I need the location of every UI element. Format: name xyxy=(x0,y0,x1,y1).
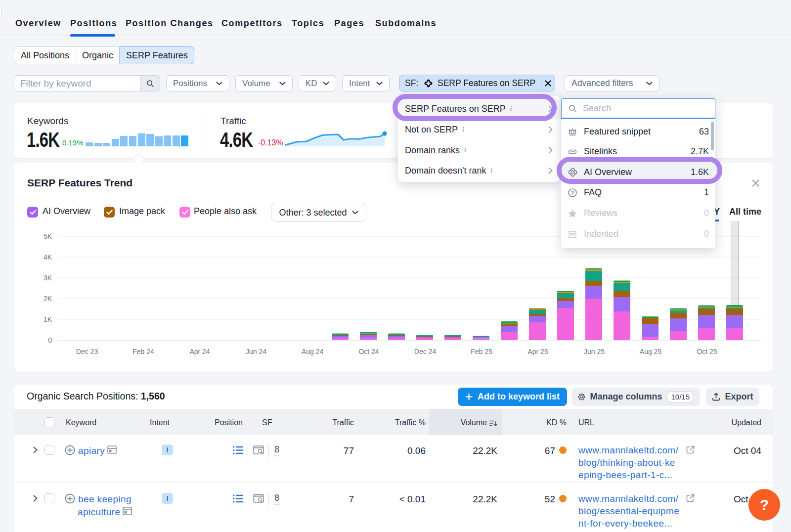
svg-text:Oct 25: Oct 25 xyxy=(697,348,717,355)
svg-text:Apr 24: Apr 24 xyxy=(189,348,210,355)
svg-text:Jun 24: Jun 24 xyxy=(246,348,266,355)
svg-text:Feb 25: Feb 25 xyxy=(471,348,492,355)
svg-text:4K: 4K xyxy=(44,253,52,261)
svg-text:Feb 24: Feb 24 xyxy=(132,348,154,355)
svg-text:Apr 25: Apr 25 xyxy=(527,348,548,355)
svg-text:Aug 25: Aug 25 xyxy=(640,348,662,355)
svg-text:Jun 25: Jun 25 xyxy=(584,348,605,355)
svg-text:Aug 24: Aug 24 xyxy=(302,348,324,355)
svg-text:Oct 24: Oct 24 xyxy=(358,348,379,355)
svg-text:?: ? xyxy=(571,190,574,196)
svg-text:3K: 3K xyxy=(44,274,52,282)
svg-text:2K: 2K xyxy=(44,295,52,303)
svg-text:5K: 5K xyxy=(44,232,52,240)
svg-text:1K: 1K xyxy=(44,315,52,323)
svg-text:0: 0 xyxy=(48,336,52,344)
svg-text:Dec 24: Dec 24 xyxy=(414,348,437,355)
svg-text:Dec 23: Dec 23 xyxy=(76,348,98,355)
